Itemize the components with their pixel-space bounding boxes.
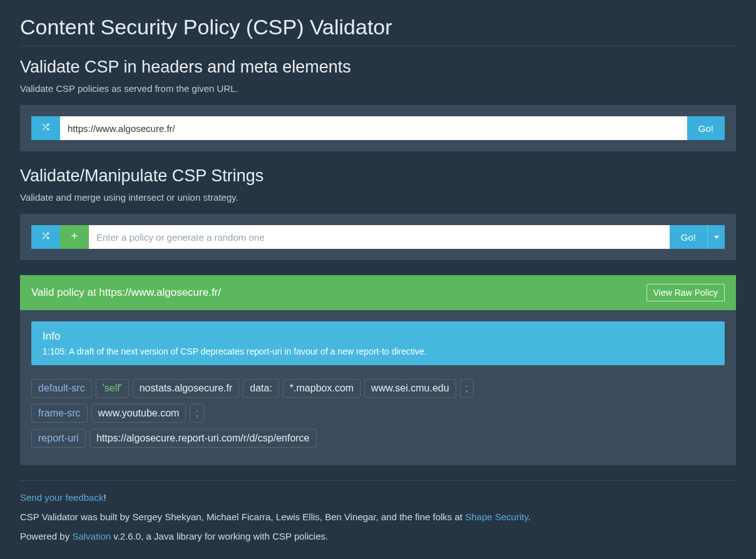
info-title: Info — [43, 330, 713, 343]
view-raw-button[interactable]: View Raw Policy — [646, 284, 725, 301]
feedback-link[interactable]: Send your feedback — [20, 492, 103, 503]
directive-value: www.youtube.com — [91, 404, 186, 423]
status-text: Valid policy at https://www.algosecure.f… — [31, 286, 221, 299]
section2-subtext: Validate and merge using intersect or un… — [20, 192, 736, 203]
info-box: Info 1:105: A draft of the next version … — [31, 321, 725, 365]
url-input[interactable] — [60, 116, 687, 140]
add-policy-button[interactable] — [60, 225, 89, 249]
directive-row: default-src'self'nostats.algosecure.frda… — [31, 379, 725, 398]
directive-row: report-urihttps://algosecure.report-uri.… — [31, 429, 725, 448]
section2-heading: Validate/Manipulate CSP Strings — [20, 166, 736, 186]
directive-row: frame-srcwww.youtube.com; — [31, 404, 725, 423]
policy-go-button[interactable]: Go! — [670, 225, 707, 249]
url-go-button[interactable]: Go! — [687, 116, 725, 140]
shuffle-icon — [41, 122, 51, 134]
directive-name: default-src — [31, 379, 92, 398]
directive-value: nostats.algosecure.fr — [133, 379, 240, 398]
policy-input[interactable] — [89, 225, 670, 249]
results-panel: Info 1:105: A draft of the next version … — [20, 310, 736, 465]
directive-value: https://algosecure.report-uri.com/r/d/cs… — [89, 429, 317, 448]
shuffle-icon — [41, 231, 51, 243]
policy-panel: Go! — [20, 214, 736, 260]
powered-prefix: Powered by — [20, 531, 72, 541]
directive-value: www.sei.cmu.edu — [364, 379, 456, 398]
directive-value: *.mapbox.com — [283, 379, 360, 398]
powered-suffix: v.2.6.0, a Java library for working with… — [111, 531, 328, 541]
shuffle-button[interactable] — [31, 116, 60, 140]
policy-go-dropdown[interactable] — [707, 225, 725, 249]
url-panel: Go! — [20, 105, 736, 151]
directive-value: data: — [243, 379, 279, 398]
footer-separator — [20, 480, 736, 481]
info-message: 1:105: A draft of the next version of CS… — [43, 346, 713, 356]
shuffle-policy-button[interactable] — [31, 225, 60, 249]
built-text: CSP Validator was built by Sergey Shekya… — [20, 511, 465, 522]
directive-value: 'self' — [96, 379, 129, 398]
section1-heading: Validate CSP in headers and meta element… — [20, 58, 736, 77]
directive-terminator: ; — [460, 379, 474, 398]
status-alert: Valid policy at https://www.algosecure.f… — [20, 275, 736, 310]
plus-icon — [69, 231, 79, 243]
directive-terminator: ; — [190, 404, 203, 423]
directive-name: frame-src — [31, 404, 88, 423]
feedback-suffix: ! — [103, 492, 106, 503]
directive-name: report-uri — [31, 429, 86, 448]
footer: Send your feedback! CSP Validator was bu… — [20, 492, 736, 541]
shape-security-link[interactable]: Shape Security — [465, 511, 528, 522]
salvation-link[interactable]: Salvation — [72, 531, 111, 541]
page-title: Content Security Policy (CSP) Validator — [20, 15, 736, 46]
section1-subtext: Validate CSP policies as served from the… — [20, 83, 736, 94]
